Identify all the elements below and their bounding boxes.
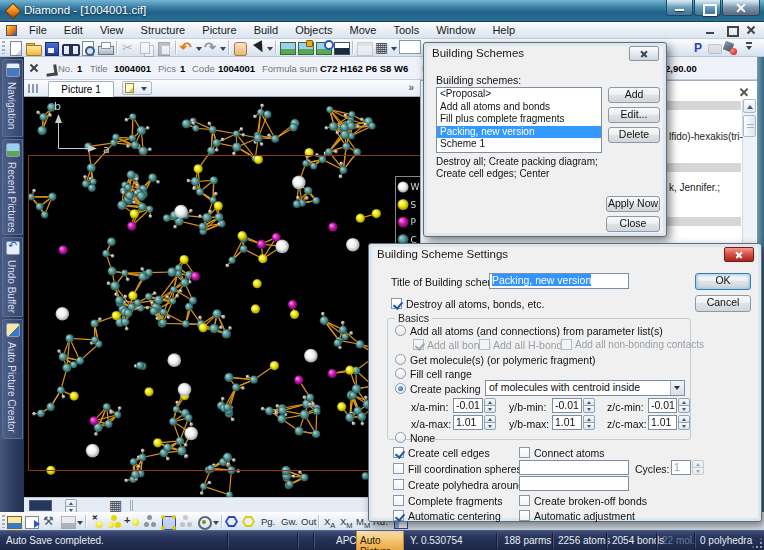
xa-axis-button[interactable]: XA [322,515,337,531]
menu-item-structure[interactable]: Structure [134,22,193,36]
mdi-restore-button[interactable] [724,24,738,36]
tools-button[interactable] [42,514,58,530]
sidebar-item-undo-buffer[interactable]: Undo Buffer [2,237,23,317]
paste-button[interactable] [156,40,172,56]
xa-min-spinner[interactable] [484,398,496,413]
table-view-button[interactable] [356,40,372,56]
list-item[interactable]: <Proposal> [437,88,601,101]
info-expand-icon[interactable] [44,62,56,74]
toolbar-overflow-button[interactable] [742,40,758,56]
render-tool-button[interactable] [722,40,738,56]
fill-spheres-input[interactable] [519,460,629,475]
complete-fragments-checkbox[interactable] [393,495,404,506]
find-button[interactable] [61,40,77,56]
coordination-sphere-button[interactable] [196,514,212,530]
status-auto-picture-badge[interactable]: Auto Picture [356,531,404,550]
copy-button[interactable] [138,40,154,56]
picture-export-button[interactable] [24,514,40,530]
grid-dropdown-arrow[interactable] [390,46,397,51]
cut-button[interactable] [120,40,136,56]
print-preview-button[interactable] [79,40,95,56]
restore-button[interactable] [694,0,721,16]
new-picture-button[interactable] [122,81,152,95]
scrollbar-up-arrow[interactable] [743,99,756,113]
menu-item-picture[interactable]: Picture [195,22,243,36]
non-bonding-contacts-checkbox[interactable] [561,339,572,350]
scheme-title-input[interactable]: Packing, new version [489,273,629,289]
fill-cell-button[interactable] [160,514,176,530]
menu-item-move[interactable]: Move [343,22,384,36]
broken-off-bonds-checkbox[interactable] [519,495,530,506]
picture-blank-button[interactable] [333,40,349,56]
destroy-all-checkbox[interactable] [391,298,402,309]
close-dialog-button[interactable]: Close [606,216,660,232]
xa-min-input[interactable]: -0.01 [453,398,483,413]
zc-max-input[interactable]: 1.01 [648,415,677,430]
redo-button[interactable] [203,40,219,56]
crystal-structure-view[interactable] [24,97,420,497]
get-molecules-radio[interactable] [395,354,406,365]
tab-overflow-chevron-icon[interactable]: » [408,82,414,93]
building-schemes-list[interactable]: <Proposal> Add all atoms and bonds Fill … [436,87,602,153]
list-item[interactable]: Add all atoms and bonds [437,101,601,114]
cursor-dropdown-arrow[interactable] [266,46,273,51]
menu-item-edit[interactable]: Edit [57,22,90,36]
menu-item-file[interactable]: File [22,22,54,36]
menu-item-view[interactable]: View [93,22,131,36]
add-all-hbonds-checkbox[interactable] [479,339,490,350]
picture-update-button[interactable] [315,40,331,56]
add-all-bonds-checkbox[interactable] [413,339,424,350]
properties-button[interactable] [690,40,706,56]
polyhedra-yellow-button[interactable] [242,516,255,527]
zc-min-input[interactable]: -0.01 [648,398,677,413]
settings-close-button[interactable] [724,247,754,262]
list-item[interactable]: Fill plus complete fragments [437,113,601,126]
info-close-icon[interactable] [28,62,40,74]
create-polyhedra-checkbox[interactable] [393,479,404,490]
yb-max-input[interactable]: 1.01 [552,415,582,430]
create-packing-radio[interactable] [395,383,406,394]
out-button[interactable]: Out [299,515,318,528]
snapshot-button[interactable] [706,40,722,56]
panel-close-icon[interactable] [738,86,749,97]
connect-atoms-checkbox[interactable] [519,447,530,458]
sidebar-item-auto-picture-creator[interactable]: Auto Picture Creator [2,319,23,439]
pg-button[interactable]: Pg. [259,515,277,528]
yb-max-spinner[interactable] [583,415,595,430]
save-button[interactable] [43,40,59,56]
fill-cell-range-radio[interactable] [395,368,406,379]
apply-now-button[interactable]: Apply Now [606,196,660,212]
list-item[interactable]: Scheme 1 [437,138,601,151]
add-atom-button[interactable] [124,514,140,530]
xa-max-input[interactable]: 1.01 [453,415,483,430]
picture-edit-button[interactable] [297,40,313,56]
menu-item-objects[interactable]: Objects [288,22,339,36]
delete-button[interactable]: Delete [608,127,660,143]
toolbar-grip[interactable] [2,41,5,54]
fill-spheres-checkbox[interactable] [393,463,404,474]
none-radio[interactable] [395,432,406,443]
picture-properties-button[interactable] [6,514,22,530]
undo-button[interactable] [179,40,195,56]
mdi-close-button[interactable] [744,24,758,36]
picture-new-button[interactable] [279,40,295,56]
picture-mode-dropdown-arrow[interactable] [76,520,83,525]
xm-axis-button[interactable]: XM [338,515,355,531]
cycles-input[interactable]: 1 [671,460,691,475]
molecule-button[interactable] [142,514,158,530]
fragment-button[interactable] [178,514,194,530]
new-file-button[interactable] [7,40,23,56]
zc-max-spinner[interactable] [678,415,690,430]
menu-item-window[interactable]: Window [429,22,482,36]
automatic-adjustment-checkbox[interactable] [519,510,530,521]
tab-picture-1[interactable]: Picture 1 [48,81,114,97]
add-all-atoms-radio[interactable] [395,325,406,336]
ok-button[interactable]: OK [695,273,751,290]
create-cell-edges-checkbox[interactable] [393,447,404,458]
add-button[interactable]: Add [608,87,660,103]
packing-mode-select[interactable]: of molecules with centroid inside [485,380,685,396]
create-polyhedra-input[interactable] [519,476,629,491]
toolbar-grip[interactable] [2,515,5,528]
zc-min-spinner[interactable] [678,398,690,413]
menu-item-build[interactable]: Build [247,22,285,36]
